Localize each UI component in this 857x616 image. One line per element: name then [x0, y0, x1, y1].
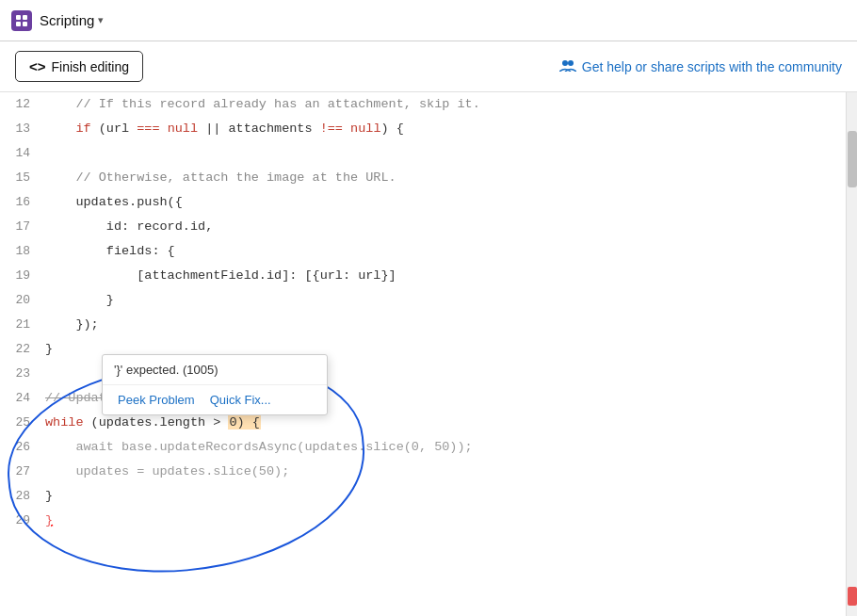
code-line-13: 13 if (url === null || attachments !== n… [0, 117, 846, 141]
svg-rect-3 [23, 22, 27, 26]
code-brackets-icon: <> [29, 58, 46, 74]
scrollbar-thumb[interactable] [848, 131, 857, 187]
code-line-29: 29 } [0, 509, 846, 533]
quick-fix-button[interactable]: Quick Fix... [202, 390, 279, 410]
title-bar: Scripting ▾ [0, 0, 857, 41]
code-line-26: 26 await base.updateRecordsAsync(updates… [0, 435, 846, 460]
code-line-20: 20 } [0, 288, 846, 313]
code-line-14: 14 [0, 141, 846, 166]
code-line-12: 12 // If this record already has an atta… [0, 92, 846, 117]
finish-editing-label: Finish editing [52, 59, 130, 74]
code-line-28: 28 } [0, 484, 846, 509]
svg-rect-2 [16, 22, 21, 26]
community-label: Get help or share scripts with the commu… [582, 59, 842, 74]
code-line-17: 17 id: record.id, [0, 215, 846, 239]
app-name: Scripting [40, 12, 94, 28]
code-line-16: 16 updates.push({ [0, 190, 846, 215]
code-line-19: 19 [attachmentField.id]: [{url: url}] [0, 264, 846, 288]
toolbar: <> Finish editing Get help or share scri… [0, 41, 857, 92]
code-line-18: 18 fields: { [0, 239, 846, 264]
code-line-27: 27 updates = updates.slice(50); [0, 460, 846, 484]
code-line-21: 21 }); [0, 313, 846, 337]
community-icon [559, 58, 576, 74]
error-popup: '}' expected. (1005) Peek Problem Quick … [102, 354, 328, 415]
error-actions: Peek Problem Quick Fix... [103, 385, 327, 414]
peek-problem-button[interactable]: Peek Problem [110, 390, 202, 410]
finish-editing-button[interactable]: <> Finish editing [15, 51, 143, 82]
svg-point-5 [568, 60, 574, 66]
scrollbar-error-thumb[interactable] [848, 587, 857, 606]
code-editor[interactable]: 12 // If this record already has an atta… [0, 92, 857, 616]
app-logo [11, 10, 32, 31]
svg-rect-1 [23, 15, 27, 20]
code-line-15: 15 // Otherwise, attach the image at the… [0, 166, 846, 190]
svg-point-4 [562, 60, 568, 66]
error-message-text: '}' expected. (1005) [103, 355, 327, 385]
scrollbar-track[interactable] [846, 92, 857, 616]
community-link[interactable]: Get help or share scripts with the commu… [559, 58, 842, 74]
app-dropdown-chevron[interactable]: ▾ [98, 14, 104, 26]
svg-rect-0 [16, 15, 21, 20]
